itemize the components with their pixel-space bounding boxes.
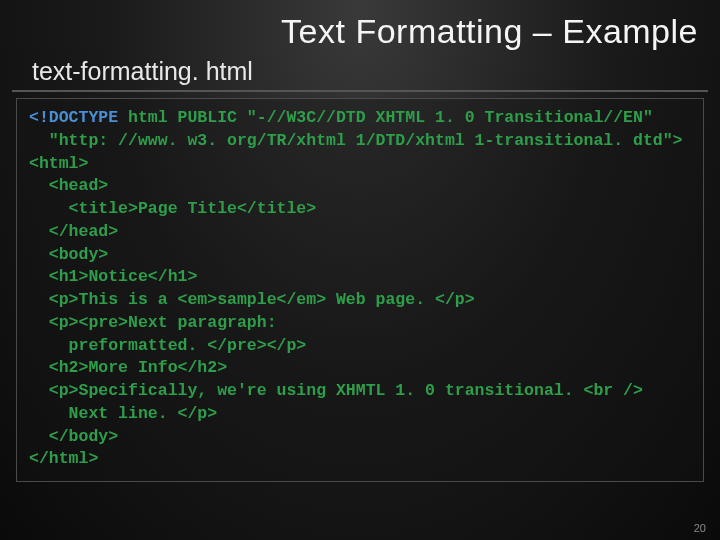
code-line: <html> [29,153,691,176]
code-line: "http: //www. w3. org/TR/xhtml 1/DTD/xht… [29,130,691,153]
code-line: <head> [29,175,691,198]
code-box: <!DOCTYPE html PUBLIC "-//W3C//DTD XHTML… [16,98,704,482]
page-number: 20 [694,522,706,534]
code-line: <h2>More Info</h2> [29,357,691,380]
code-line: Next line. </p> [29,403,691,426]
code-line: <p>This is a <em>sample</em> Web page. <… [29,289,691,312]
slide-title: Text Formatting – Example [0,0,720,57]
code-line: </body> [29,426,691,449]
code-line: <title>Page Title</title> [29,198,691,221]
filename-label: text-formatting. html [12,57,708,92]
code-line: <body> [29,244,691,267]
code-line: </head> [29,221,691,244]
code-line: <p>Specifically, we're using XHMTL 1. 0 … [29,380,691,403]
code-line: <h1>Notice</h1> [29,266,691,289]
code-block: <!DOCTYPE html PUBLIC "-//W3C//DTD XHTML… [29,107,691,471]
code-line: <!DOCTYPE html PUBLIC "-//W3C//DTD XHTML… [29,107,691,130]
code-line: preformatted. </pre></p> [29,335,691,358]
code-line: <p><pre>Next paragraph: [29,312,691,335]
code-line: </html> [29,448,691,471]
